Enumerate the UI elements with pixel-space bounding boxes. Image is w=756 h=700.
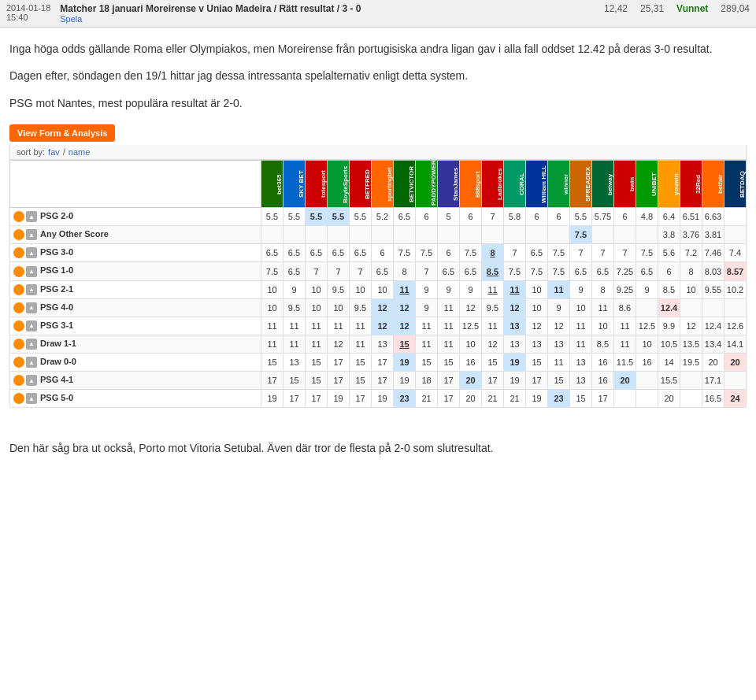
odds-cell: 10 [306, 280, 328, 298]
odds-cell: 5.5 [350, 208, 372, 226]
odds-cell: 17 [526, 372, 548, 390]
odds-cell: 12.6 [724, 317, 747, 335]
odds-cell: 7 [482, 208, 504, 226]
result-label: ▲PSG 4-1 [10, 372, 261, 390]
odds-cell: 6.5 [284, 262, 306, 280]
odds-cell: 17 [350, 390, 372, 408]
result-label-text: PSG 5-0 [40, 393, 73, 402]
odds-cell: 11 [416, 317, 438, 335]
odds-cell: 6.63 [702, 208, 724, 226]
odds-cell: 9.5 [350, 298, 372, 317]
row-icon-1 [13, 320, 24, 331]
odds-cell: 11 [592, 298, 614, 317]
odds-cell: 7 [504, 244, 526, 262]
odds-cell: 13.4 [702, 335, 724, 353]
odds-cell: 7 [306, 262, 328, 280]
content-area: Inga höga odds gällande Roma eller Olymp… [0, 28, 756, 433]
result-label-text: PSG 4-1 [40, 375, 73, 384]
odds-cell: 10 [328, 298, 350, 317]
odds-cell: 20 [724, 353, 747, 371]
odds-cell: 17 [438, 372, 460, 390]
row-icon-1 [13, 357, 24, 368]
odds-cell: 15 [394, 335, 416, 353]
row-icon-1 [13, 339, 24, 350]
odds-cell: 19 [328, 390, 350, 408]
odds-cell: 17.1 [702, 372, 724, 390]
odds-cell: 11 [482, 317, 504, 335]
odds-cell: 9.5 [284, 298, 306, 317]
odds-cell: 10.2 [724, 280, 747, 298]
odds-cell: 10 [570, 298, 592, 317]
bookie-header-888: 888sport [460, 161, 482, 208]
odds-cell: 12 [372, 317, 394, 335]
bookie-header-bet365: bet365 [261, 161, 284, 208]
odds-cell: 12.4 [658, 298, 680, 317]
odds-cell: 11 [438, 317, 460, 335]
odds-cell: 11 [548, 280, 570, 298]
row-icon-2: ▲ [26, 302, 37, 313]
sort-fav[interactable]: fav [48, 147, 60, 157]
row-icon-2: ▲ [26, 247, 37, 258]
odds-cell: 6 [416, 208, 438, 226]
odds-cell: 8.6 [614, 298, 636, 317]
odds-cell: 15 [350, 353, 372, 371]
odds-cell: 5.6 [658, 244, 680, 262]
table-section: View Form & Analysis sort by: fav / name… [9, 124, 747, 408]
odds-cell: 9 [416, 298, 438, 317]
odds-cell: 17 [372, 353, 394, 371]
odds-cell: 12.5 [636, 317, 658, 335]
odds-cell: 17 [438, 390, 460, 408]
odds-cell: 9 [570, 280, 592, 298]
odds-cell: 11 [504, 280, 526, 298]
row-icon-2: ▲ [26, 375, 37, 386]
odds-cell [460, 226, 482, 244]
odds-cell: 16 [460, 353, 482, 371]
odds-cell: 15 [548, 372, 570, 390]
odds-cell: 6.5 [394, 208, 416, 226]
odds-cell: 13 [504, 335, 526, 353]
odds-cell: 15.5 [658, 372, 680, 390]
odds-cell: 11 [350, 317, 372, 335]
odds-cell: 19.5 [680, 353, 702, 371]
odds-cell: 7 [570, 244, 592, 262]
odds-cell: 12 [394, 298, 416, 317]
odds-cell: 15 [306, 353, 328, 371]
view-form-button[interactable]: View Form & Analysis [9, 124, 115, 142]
odds-cell: 6 [548, 208, 570, 226]
odds-cell: 5.75 [592, 208, 614, 226]
table-row: ▲Any Other Score7.53.83.763.81 [10, 226, 747, 244]
row-icon-2: ▲ [26, 229, 37, 240]
odds-cell: 9 [438, 280, 460, 298]
row-icon-1 [13, 247, 24, 258]
odds-cell [394, 226, 416, 244]
result-label: ▲PSG 2-1 [10, 280, 261, 298]
odds-cell: 20 [658, 390, 680, 408]
sort-name[interactable]: name [69, 147, 91, 157]
odds-cell: 12.4 [702, 317, 724, 335]
odds-cell: 6.5 [526, 244, 548, 262]
odds-cell: 5.5 [261, 208, 284, 226]
table-row: ▲PSG 1-07.56.57776.5876.56.58.57.57.57.5… [10, 262, 747, 280]
top-bar-datetime: 2014-01-18 15:40 [6, 3, 50, 22]
odds-cell: 7.2 [680, 244, 702, 262]
odds-cell: 11 [394, 280, 416, 298]
row-icon-1 [13, 302, 24, 313]
odds-cell: 12 [482, 335, 504, 353]
play-link[interactable]: Spela [60, 14, 595, 24]
odds-cell: 17 [328, 372, 350, 390]
odds-cell: 12 [548, 317, 570, 335]
odds-cell: 5.8 [504, 208, 526, 226]
odds-cell: 12 [526, 317, 548, 335]
odds-cell: 17 [328, 353, 350, 371]
row-icon-2: ▲ [26, 211, 37, 222]
odds-cell: 21 [482, 390, 504, 408]
odds-cell: 9.5 [328, 280, 350, 298]
bookie-header-boyle: BoyleSports [328, 161, 350, 208]
odds-cell: 8.5 [482, 262, 504, 280]
odds-cell: 6.5 [328, 244, 350, 262]
result-label: ▲Any Other Score [10, 226, 261, 244]
odds-cell: 20 [702, 353, 724, 371]
row-icon-2: ▲ [26, 357, 37, 368]
odds-cell: 11 [438, 335, 460, 353]
odds-cell: 19 [261, 390, 284, 408]
